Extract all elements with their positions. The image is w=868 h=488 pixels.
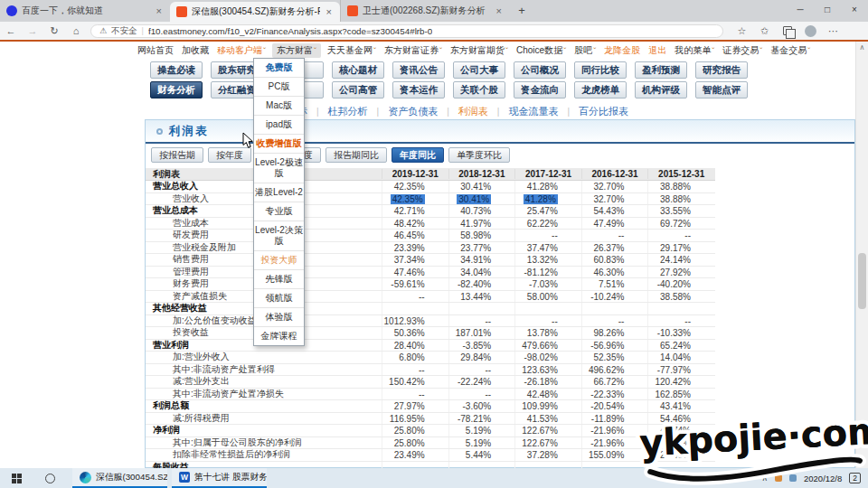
cell-value[interactable]: 69.72% bbox=[647, 218, 714, 230]
cell-value[interactable]: -- bbox=[514, 230, 581, 241]
cell-value[interactable]: -26.18% bbox=[514, 376, 581, 388]
cell-value[interactable] bbox=[448, 303, 515, 314]
cell-value[interactable]: 25.80% bbox=[382, 425, 448, 436]
function-tab[interactable]: 资金流向 bbox=[514, 81, 566, 99]
function-tab[interactable]: 核心题材 bbox=[332, 61, 384, 79]
favorite-star-icon[interactable]: ☆ bbox=[731, 25, 753, 37]
dropdown-menu-item[interactable]: 专业版 bbox=[254, 202, 304, 221]
cell-value[interactable]: -- bbox=[647, 230, 714, 241]
function-tab[interactable]: 公司高管 bbox=[332, 81, 384, 99]
cell-value[interactable]: -- bbox=[514, 315, 581, 327]
cell-value[interactable]: -40.20% bbox=[647, 278, 714, 290]
cell-value[interactable]: 24.14% bbox=[647, 254, 714, 266]
back-button[interactable]: ← bbox=[0, 25, 22, 36]
cell-value[interactable]: -- bbox=[581, 230, 648, 241]
function-tab[interactable]: 资本运作 bbox=[392, 81, 445, 99]
dropdown-menu-item[interactable]: 金牌课程 bbox=[254, 327, 304, 345]
cell-value[interactable]: 34.91% bbox=[448, 254, 515, 266]
home-button[interactable]: ⌂ bbox=[65, 25, 87, 36]
settings-more-icon[interactable]: ⋯ bbox=[822, 25, 844, 37]
cell-value[interactable]: 66.72% bbox=[581, 376, 648, 388]
site-nav-item[interactable]: 我的菜单 ˇ bbox=[673, 43, 716, 58]
cell-value[interactable] bbox=[382, 462, 448, 469]
cell-value[interactable]: 5.44% bbox=[448, 449, 515, 461]
cell-value[interactable]: 28.40% bbox=[382, 340, 448, 352]
cell-value[interactable]: 479.66% bbox=[514, 340, 581, 352]
site-nav-item[interactable]: 移动客户端 ˇ bbox=[215, 43, 268, 58]
cell-value[interactable]: 98.26% bbox=[581, 327, 648, 339]
function-tab[interactable]: 操盘必读 bbox=[150, 61, 203, 79]
cell-value[interactable]: 62.22% bbox=[514, 218, 581, 230]
site-nav-item[interactable]: 证券交易 ˇ bbox=[721, 43, 764, 58]
dropdown-menu-item[interactable]: 投资大师 bbox=[254, 251, 304, 270]
cell-value[interactable]: -98.02% bbox=[514, 352, 581, 363]
cell-value[interactable]: 47.49% bbox=[581, 218, 648, 230]
cell-value[interactable]: 41.28% bbox=[514, 193, 581, 205]
cell-value[interactable]: -- bbox=[448, 315, 515, 327]
cell-value[interactable] bbox=[448, 462, 515, 469]
function-tab[interactable]: 公司概况 bbox=[514, 61, 566, 79]
cell-value[interactable]: 5.19% bbox=[448, 437, 515, 449]
cell-value[interactable]: 33.55% bbox=[647, 205, 714, 217]
cell-value[interactable]: 52.35% bbox=[581, 352, 648, 363]
cell-value[interactable]: -10.24% bbox=[581, 291, 648, 303]
cell-value[interactable]: 187.01% bbox=[448, 327, 515, 339]
new-tab-button[interactable]: + bbox=[510, 0, 533, 22]
cell-value[interactable] bbox=[647, 303, 714, 314]
report-tab[interactable]: 现金流量表 bbox=[488, 105, 559, 118]
cell-value[interactable]: 162.85% bbox=[647, 389, 714, 400]
cell-value[interactable]: 38.88% bbox=[647, 181, 714, 192]
cell-value[interactable]: 65.24% bbox=[647, 340, 714, 352]
cell-value[interactable]: -- bbox=[382, 291, 448, 303]
cell-value[interactable]: 32.70% bbox=[581, 193, 648, 205]
cell-value[interactable]: 30.41% bbox=[448, 193, 515, 205]
cell-value[interactable]: 50.36% bbox=[382, 327, 448, 339]
cell-value[interactable]: 37.34% bbox=[382, 254, 448, 266]
profile-avatar[interactable] bbox=[805, 25, 816, 37]
cell-value[interactable]: 42.48% bbox=[514, 389, 581, 400]
cell-value[interactable]: 122.67% bbox=[514, 437, 581, 449]
cell-value[interactable]: -- bbox=[448, 364, 515, 376]
taskbar-edge-app[interactable]: 深信服(300454.SZ... bbox=[72, 468, 167, 488]
cell-value[interactable]: 150.42% bbox=[382, 376, 448, 388]
function-tab[interactable]: 机构评级 bbox=[635, 81, 687, 99]
cell-value[interactable]: -77.97% bbox=[647, 364, 714, 376]
cell-value[interactable]: 34.04% bbox=[448, 267, 515, 278]
cell-value[interactable] bbox=[514, 462, 581, 469]
cell-value[interactable]: 27.97% bbox=[382, 400, 448, 412]
cell-value[interactable]: -81.12% bbox=[514, 267, 581, 278]
cell-value[interactable]: 41.53% bbox=[514, 413, 581, 425]
cell-value[interactable]: 109.99% bbox=[514, 400, 581, 412]
cell-value[interactable]: 40.73% bbox=[448, 205, 515, 217]
cell-value[interactable]: -- bbox=[382, 364, 448, 376]
function-tab[interactable]: 盈利预测 bbox=[635, 61, 687, 79]
cell-value[interactable]: 14.04% bbox=[647, 352, 714, 363]
period-filter-button[interactable]: 按报告期 bbox=[151, 147, 203, 163]
site-nav-item[interactable]: 基金交易 ˇ bbox=[769, 43, 812, 58]
start-button[interactable] bbox=[0, 474, 33, 483]
cell-value[interactable]: 47.46% bbox=[382, 267, 448, 278]
cell-value[interactable]: 23.49% bbox=[382, 449, 448, 461]
taskbar-word-app[interactable]: W 第十七讲 股票财务... bbox=[172, 468, 267, 488]
forward-button[interactable]: → bbox=[22, 25, 43, 36]
cell-value[interactable]: 23.77% bbox=[448, 242, 515, 254]
cell-value[interactable]: -- bbox=[448, 389, 515, 400]
cell-value[interactable]: 48.42% bbox=[382, 218, 448, 230]
minimize-button[interactable]: ─ bbox=[787, 0, 814, 22]
cell-value[interactable]: -22.33% bbox=[581, 389, 648, 400]
site-nav-item[interactable]: 龙降金股 ˇ bbox=[602, 43, 642, 58]
dropdown-menu-item[interactable]: Level-2极速版 bbox=[254, 154, 304, 183]
cell-value[interactable]: -22.24% bbox=[448, 376, 515, 388]
tab-close-icon[interactable] bbox=[495, 5, 504, 16]
favorites-list-icon[interactable]: ✩ bbox=[753, 25, 776, 37]
cell-value[interactable]: 123.63% bbox=[514, 364, 581, 376]
browser-tab[interactable]: 百度一下，你就知道 bbox=[0, 0, 170, 22]
cell-value[interactable]: 58.98% bbox=[448, 230, 515, 241]
cell-value[interactable]: 42.35% bbox=[382, 193, 448, 205]
cell-value[interactable]: 26.37% bbox=[581, 242, 648, 254]
cortana-search-icon[interactable] bbox=[45, 474, 55, 483]
scrollbar-thumb[interactable] bbox=[858, 253, 866, 309]
dropdown-menu-item[interactable]: ipad版 bbox=[254, 116, 304, 135]
cell-value[interactable]: -3.85% bbox=[448, 340, 515, 352]
dropdown-menu-item[interactable]: PC版 bbox=[254, 78, 304, 97]
